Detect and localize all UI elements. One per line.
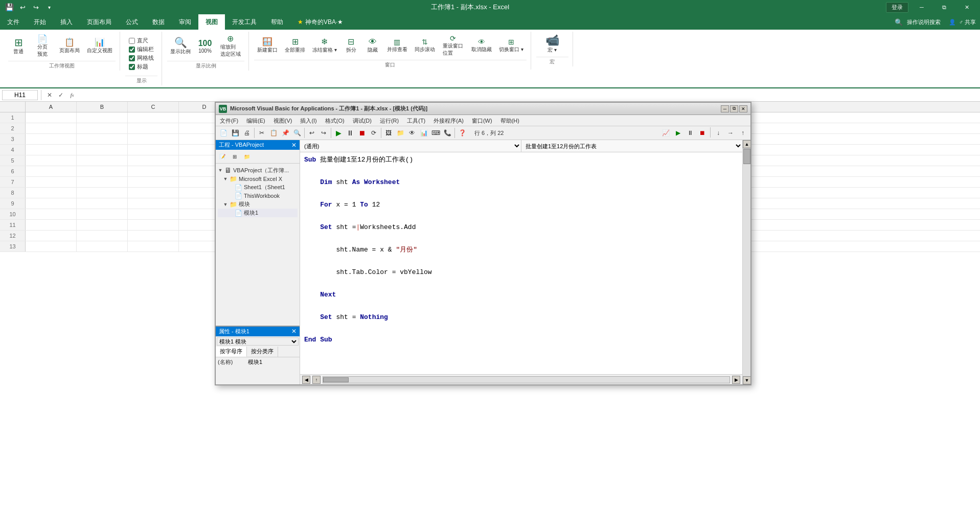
cell-11-2[interactable]	[128, 220, 179, 230]
cell-6-0[interactable]	[26, 166, 77, 176]
macro-button[interactable]: 📹 宏 ▾	[542, 33, 562, 56]
cell-12-1[interactable]	[77, 231, 128, 241]
vba-vscroll-track[interactable]	[743, 148, 750, 376]
vba-calls-btn[interactable]: 📞	[442, 127, 453, 139]
vba-scroll-back[interactable]: ↑	[312, 376, 321, 384]
vba-stop-btn[interactable]: ⏹	[356, 127, 368, 139]
vba-stepinto-btn[interactable]: ↓	[713, 127, 724, 139]
zoom100-button[interactable]: 100 100%	[195, 37, 215, 56]
vba-cut-btn[interactable]: ✂	[256, 127, 267, 139]
vba-hscroll-thumb[interactable]	[323, 377, 349, 382]
pagebreak-view-button[interactable]: 📄 分页预览	[30, 33, 55, 60]
cell-10-0[interactable]	[26, 209, 77, 219]
props-tab-categorized[interactable]: 按分类序	[247, 347, 278, 357]
vba-watch-btn[interactable]: 👁	[406, 127, 418, 139]
cell-13-0[interactable]	[26, 241, 77, 251]
cell-3-1[interactable]	[77, 134, 128, 144]
switch-window-button[interactable]: ⊞ 切换窗口 ▾	[496, 36, 527, 55]
formulabar-input[interactable]	[129, 47, 135, 53]
cell-reference-input[interactable]	[2, 90, 38, 100]
vba-menu-run[interactable]: 运行(R)	[376, 115, 403, 126]
normal-view-button[interactable]: ⊞ 普通	[8, 35, 29, 57]
vba-print-btn[interactable]: 🖨	[241, 127, 253, 139]
cell-10-1[interactable]	[77, 209, 128, 219]
cell-13-1[interactable]	[77, 241, 128, 251]
reset-window-button[interactable]: ⟳ 重设窗口位置	[439, 33, 467, 59]
cell-6-2[interactable]	[128, 166, 179, 176]
login-button[interactable]: 登录	[886, 2, 908, 13]
zoom-selection-button[interactable]: ⊕ 缩放到选定区域	[216, 33, 244, 60]
vba-reset-btn[interactable]: ⟳	[368, 127, 379, 139]
formulabar-checkbox[interactable]: 编辑栏	[129, 45, 154, 53]
tree-excel-objects[interactable]: ▼ 📁 Microsoft Excel X	[218, 175, 298, 183]
props-tab-alphabetic[interactable]: 按字母序	[216, 347, 247, 357]
headings-input[interactable]	[129, 64, 135, 70]
tab-view[interactable]: 视图	[198, 14, 225, 30]
arrange-all-button[interactable]: ⊞ 全部重排	[282, 36, 308, 56]
vba-menu-view[interactable]: 视图(V)	[269, 115, 297, 126]
vba-menu-help[interactable]: 帮助(H)	[496, 115, 523, 126]
vba-menu-debug[interactable]: 调试(D)	[349, 115, 376, 126]
search-placeholder[interactable]: 操作说明搜索	[903, 18, 945, 26]
vba-run-btn[interactable]: ▶	[333, 127, 344, 139]
cell-11-0[interactable]	[26, 220, 77, 230]
vba-pause-btn[interactable]: ⏸	[345, 127, 356, 139]
tab-pagelayout[interactable]: 页面布局	[80, 14, 119, 30]
vba-menu-tools[interactable]: 工具(T)	[403, 115, 429, 126]
split-button[interactable]: ⊟ 拆分	[341, 36, 361, 56]
freeze-panes-button[interactable]: ❄ 冻结窗格 ▾	[309, 36, 340, 56]
vba-explorer-btn[interactable]: 📁	[395, 127, 406, 139]
vba-code-area[interactable]: Sub 批量创建1至12月份的工作表() Dim sht As Workshee…	[300, 152, 742, 374]
cell-5-2[interactable]	[128, 155, 179, 166]
cell-8-2[interactable]	[128, 188, 179, 198]
vba-stepover-btn[interactable]: →	[725, 127, 736, 139]
cell-4-0[interactable]	[26, 145, 77, 155]
vba-minimize-button[interactable]: ─	[721, 105, 729, 112]
vba-scroll-right[interactable]: ▶	[732, 376, 740, 384]
unhide-button[interactable]: 👁 取消隐藏	[468, 36, 495, 55]
cell-9-0[interactable]	[26, 198, 77, 209]
tab-developer[interactable]: 开发工具	[225, 14, 264, 30]
vba-hscroll-track[interactable]	[323, 376, 730, 383]
vba-scope-select[interactable]: (通用)	[300, 140, 521, 152]
share-label[interactable]: ♂ 共享	[959, 18, 976, 26]
cell-2-0[interactable]	[26, 123, 77, 133]
cell-4-1[interactable]	[77, 145, 128, 155]
customview-button[interactable]: 📊 自定义视图	[84, 36, 116, 56]
undo-icon[interactable]: ↩	[17, 2, 28, 12]
tab-formula[interactable]: 公式	[119, 14, 145, 30]
gridlines-input[interactable]	[129, 55, 135, 61]
cell-7-0[interactable]	[26, 177, 77, 187]
cell-5-0[interactable]	[26, 155, 77, 166]
cell-12-2[interactable]	[128, 231, 179, 241]
cell-9-1[interactable]	[77, 198, 128, 209]
project-view-object[interactable]: ⊞	[229, 151, 240, 162]
vba-scroll-left[interactable]: ◀	[302, 376, 310, 384]
cell-1-2[interactable]	[128, 112, 179, 123]
vba-chart-btn[interactable]: 📈	[660, 127, 671, 139]
vba-menu-window[interactable]: 窗口(W)	[468, 115, 496, 126]
col-header-c[interactable]: C	[128, 102, 179, 112]
new-window-button[interactable]: 🪟 新建窗口	[254, 36, 281, 56]
ruler-input[interactable]	[129, 38, 135, 44]
props-module-select[interactable]: 模块1 模块	[217, 337, 299, 346]
cell-10-2[interactable]	[128, 209, 179, 219]
props-panel-close[interactable]: ✕	[291, 328, 297, 335]
tree-thisworkbook[interactable]: 📄 ThisWorkbook	[218, 192, 298, 200]
vba-save-btn[interactable]: 💾	[230, 127, 241, 139]
tab-insert[interactable]: 插入	[53, 14, 80, 30]
vba-menu-insert[interactable]: 插入(I)	[296, 115, 321, 126]
vba-redo-btn[interactable]: ↪	[318, 127, 329, 139]
tab-vba[interactable]: ★ 神奇的VBA·★	[290, 14, 350, 30]
vba-menu-edit[interactable]: 编辑(E)	[242, 115, 269, 126]
cell-13-2[interactable]	[128, 241, 179, 251]
tab-review[interactable]: 审阅	[172, 14, 198, 30]
tab-file[interactable]: 文件	[0, 14, 27, 30]
hide-button[interactable]: 👁 隐藏	[362, 36, 383, 56]
project-view-code[interactable]: 📝	[217, 151, 228, 162]
view-side-by-side-button[interactable]: ▥ 并排查看	[384, 36, 411, 55]
close-button[interactable]: ✕	[958, 0, 976, 14]
vba-menu-file[interactable]: 文件(F)	[216, 115, 242, 126]
confirm-formula-icon[interactable]: ✓	[56, 90, 66, 100]
cell-5-1[interactable]	[77, 155, 128, 166]
